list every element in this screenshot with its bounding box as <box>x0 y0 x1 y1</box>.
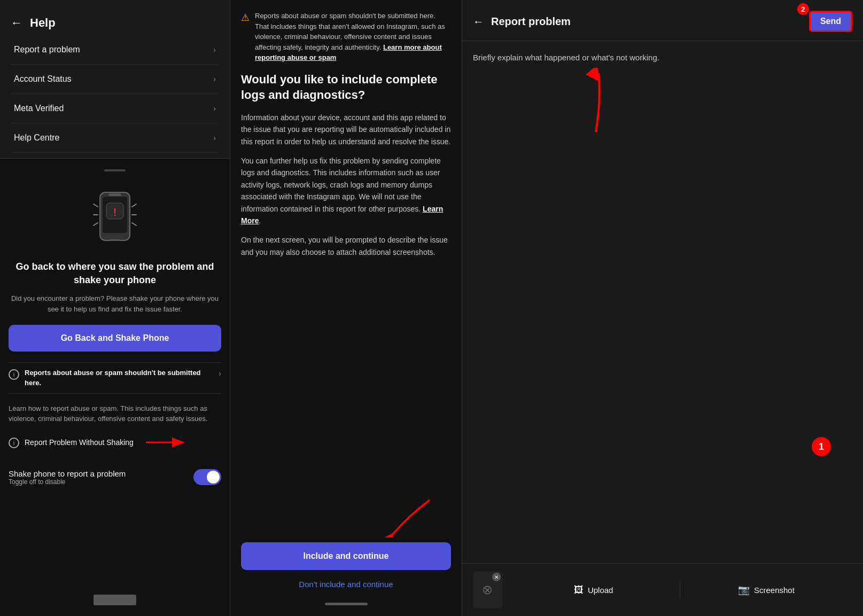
abuse-title: Reports about abuse or spam shouldn't be… <box>25 368 213 387</box>
info-icon-2: i <box>9 438 19 448</box>
send-button[interactable]: Send <box>809 11 852 32</box>
svg-line-5 <box>94 204 98 207</box>
step-1-badge: 1 <box>812 437 831 456</box>
sidebar-item-label: Account Status <box>14 74 72 84</box>
upload-label: Upload <box>588 586 613 595</box>
report-no-shake-row[interactable]: i Report Problem Without Shaking <box>9 432 221 453</box>
svg-text:!: ! <box>113 206 116 218</box>
sidebar-item-label: Help Centre <box>14 133 59 143</box>
go-back-shake-button[interactable]: Go Back and Shake Phone <box>9 325 221 352</box>
sidebar-item-label: Meta Verified <box>14 104 64 113</box>
home-indicator-middle <box>325 603 368 605</box>
abuse-chevron-icon: › <box>219 369 221 378</box>
chevron-icon: › <box>213 134 216 142</box>
right-back-arrow-icon[interactable]: ← <box>473 15 484 28</box>
red-arrow-left-icon <box>143 432 186 453</box>
abuse-report-row[interactable]: i Reports about abuse or spam shouldn't … <box>9 362 221 393</box>
svg-line-8 <box>132 204 136 207</box>
dont-include-continue-button[interactable]: Don't include and continue <box>241 575 451 593</box>
chevron-icon: › <box>213 75 216 83</box>
right-header: ← Report problem 2 Send <box>462 0 863 41</box>
svg-rect-11 <box>110 239 120 241</box>
right-panel: ← Report problem 2 Send Briefly explain … <box>462 0 863 616</box>
shake-toggle-label: Shake phone to report a problem Toggle o… <box>9 469 126 486</box>
thumb-remove-icon[interactable]: ✕ <box>492 573 501 581</box>
sidebar-item-meta-verified[interactable]: Meta Verified › <box>11 94 219 123</box>
screenshot-label: Screenshot <box>754 586 795 595</box>
sidebar-item-report[interactable]: Report a problem › <box>11 35 219 65</box>
shake-toggle-sub: Toggle off to disable <box>9 478 126 486</box>
abuse-text-block: Reports about abuse or spam shouldn't be… <box>25 368 213 387</box>
explain-placeholder-text: Briefly explain what happened or what's … <box>473 52 852 64</box>
middle-footer: Include and continue Don't include and c… <box>230 535 462 616</box>
shake-heading: Go back to where you saw the problem and… <box>9 260 221 287</box>
upload-button[interactable]: 🖼 Upload <box>508 579 680 601</box>
send-button-wrapper: 2 Send <box>809 11 852 32</box>
para2-text: You can further help us fix this problem… <box>241 157 441 213</box>
left-scroll-section: ! Go back to where you saw the problem a… <box>0 158 230 616</box>
warning-row: ⚠ Reports about abuse or spam shouldn't … <box>241 11 451 63</box>
red-arrow-middle-icon <box>376 495 440 537</box>
shake-sub: Did you encounter a problem? Please shak… <box>9 293 221 314</box>
middle-panel: ⚠ Reports about abuse or spam shouldn't … <box>230 0 462 616</box>
upload-icon: 🖼 <box>574 584 584 596</box>
phone-shake-svg: ! <box>88 188 142 247</box>
right-content: Briefly explain what happened or what's … <box>462 41 863 563</box>
chevron-icon: › <box>213 45 216 54</box>
screenshot-button[interactable]: 📷 Screenshot <box>680 579 852 601</box>
shake-toggle-title: Shake phone to report a problem <box>9 469 126 478</box>
thumb-icon: ⊗ <box>482 582 493 597</box>
middle-content: ⚠ Reports about abuse or spam shouldn't … <box>230 0 462 535</box>
right-footer: ⊗ ✕ 🖼 Upload 📷 Screenshot <box>462 563 863 616</box>
step-2-badge: 2 <box>797 3 809 15</box>
thumbnail-area: ⊗ ✕ <box>473 571 502 609</box>
svg-line-7 <box>94 223 98 225</box>
footer-actions: 🖼 Upload 📷 Screenshot <box>508 579 852 601</box>
right-header-left: ← Report problem <box>473 15 571 28</box>
svg-line-10 <box>132 223 136 225</box>
menu-list: Report a problem › Account Status › Meta… <box>11 35 219 153</box>
include-para-3: On the next screen, you will be prompted… <box>241 234 451 258</box>
sidebar-item-help-centre[interactable]: Help Centre › <box>11 123 219 153</box>
back-row: ← Help <box>11 16 219 30</box>
include-para-2: You can further help us fix this problem… <box>241 155 451 227</box>
svg-rect-2 <box>108 193 121 196</box>
toggle-knob <box>207 471 220 484</box>
drag-indicator <box>104 169 126 171</box>
shake-toggle-row: Shake phone to report a problem Toggle o… <box>9 469 221 486</box>
left-panel: ← Help Report a problem › Account Status… <box>0 0 230 616</box>
help-title: Help <box>30 16 56 30</box>
screenshot-icon: 📷 <box>738 584 750 596</box>
shake-toggle-switch[interactable] <box>193 469 221 485</box>
report-no-shake-label: Report Problem Without Shaking <box>25 438 134 447</box>
period: . <box>259 216 261 225</box>
home-indicator <box>94 595 136 605</box>
abuse-description: Learn how to report abuse or spam. This … <box>9 403 221 424</box>
red-arrow-right-icon <box>569 68 623 137</box>
include-para-1: Information about your device, account a… <box>241 112 451 147</box>
warning-text: Reports about abuse or spam shouldn't be… <box>255 11 451 63</box>
report-problem-title: Report problem <box>491 15 571 28</box>
sidebar-item-label: Report a problem <box>14 45 80 54</box>
include-heading: Would you like to include complete logs … <box>241 72 451 103</box>
info-icon: i <box>9 369 19 380</box>
phone-illustration: ! <box>83 185 147 249</box>
include-continue-button[interactable]: Include and continue <box>241 542 451 570</box>
chevron-icon: › <box>213 104 216 113</box>
back-arrow-icon[interactable]: ← <box>11 16 22 30</box>
sidebar-item-account-status[interactable]: Account Status › <box>11 65 219 94</box>
left-top-section: ← Help Report a problem › Account Status… <box>0 0 230 158</box>
warning-icon: ⚠ <box>241 12 250 24</box>
